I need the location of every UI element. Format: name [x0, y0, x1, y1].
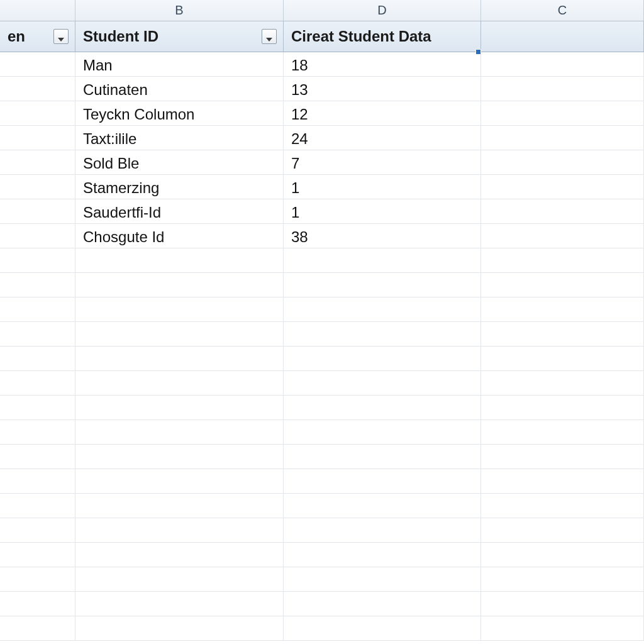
cell[interactable] — [481, 126, 644, 150]
cell[interactable] — [481, 347, 644, 370]
cell-student-id[interactable]: Sold Ble — [75, 150, 284, 174]
cell[interactable] — [75, 420, 284, 444]
column-header-c[interactable]: C — [481, 0, 644, 21]
filter-dropdown-button[interactable] — [262, 29, 277, 44]
cell[interactable] — [75, 273, 284, 297]
cell[interactable] — [481, 224, 644, 248]
cell[interactable] — [284, 396, 481, 419]
cell[interactable] — [481, 420, 644, 444]
cell[interactable] — [0, 347, 75, 370]
cell[interactable] — [284, 567, 481, 591]
cell[interactable] — [481, 592, 644, 616]
cell[interactable] — [481, 199, 644, 223]
cell[interactable] — [75, 518, 284, 542]
cell-student-data[interactable]: 12 — [284, 101, 481, 125]
cell[interactable] — [75, 297, 284, 321]
cell[interactable] — [284, 347, 481, 370]
cell[interactable] — [481, 371, 644, 395]
cell[interactable] — [481, 52, 644, 76]
cell-student-data[interactable]: 1 — [284, 199, 481, 223]
cell[interactable] — [284, 518, 481, 542]
cell[interactable] — [75, 396, 284, 419]
cell[interactable] — [0, 52, 75, 76]
cell[interactable] — [481, 273, 644, 297]
cell[interactable] — [75, 248, 284, 272]
cell[interactable] — [481, 175, 644, 199]
cell-student-data[interactable]: 13 — [284, 77, 481, 101]
cell[interactable] — [75, 469, 284, 493]
column-header-b[interactable]: B — [75, 0, 284, 21]
cell-student-data[interactable]: 1 — [284, 175, 481, 199]
cell-student-id[interactable]: Man — [75, 52, 284, 76]
cell[interactable] — [0, 199, 75, 223]
table-header-col-a[interactable]: en — [0, 21, 75, 52]
cell[interactable] — [481, 396, 644, 419]
cell[interactable] — [481, 322, 644, 346]
cell[interactable] — [75, 543, 284, 567]
cell[interactable] — [75, 347, 284, 370]
cell[interactable] — [75, 494, 284, 518]
cell[interactable] — [481, 77, 644, 101]
cell[interactable] — [0, 469, 75, 493]
table-header-student-id[interactable]: Student ID — [75, 21, 284, 52]
column-header-a[interactable] — [0, 0, 75, 21]
cell[interactable] — [0, 592, 75, 616]
cell[interactable] — [0, 175, 75, 199]
cell[interactable] — [481, 567, 644, 591]
cell[interactable] — [284, 543, 481, 567]
cell[interactable] — [0, 248, 75, 272]
filter-dropdown-button[interactable] — [53, 29, 69, 44]
cell-student-data[interactable]: 18 — [284, 52, 481, 76]
cell[interactable] — [0, 297, 75, 321]
cell-student-id[interactable]: Stamerzing — [75, 175, 284, 199]
cell[interactable] — [284, 445, 481, 469]
cell[interactable] — [0, 101, 75, 125]
cell-student-data[interactable]: 7 — [284, 150, 481, 174]
cell[interactable] — [75, 322, 284, 346]
cell[interactable] — [0, 273, 75, 297]
cell[interactable] — [284, 297, 481, 321]
cell[interactable] — [481, 494, 644, 518]
cell[interactable] — [284, 322, 481, 346]
cell[interactable] — [0, 150, 75, 174]
cell[interactable] — [284, 592, 481, 616]
cell[interactable] — [284, 494, 481, 518]
cell[interactable] — [0, 322, 75, 346]
table-header-col-c-empty[interactable] — [481, 21, 644, 52]
cell[interactable] — [75, 616, 284, 640]
cell[interactable] — [0, 396, 75, 419]
cell[interactable] — [0, 420, 75, 444]
cell[interactable] — [284, 616, 481, 640]
cell-student-id[interactable]: Saudertfi-Id — [75, 199, 284, 223]
cell[interactable] — [0, 77, 75, 101]
cell[interactable] — [0, 371, 75, 395]
cell[interactable] — [284, 273, 481, 297]
cell-student-id[interactable]: Teyckn Columon — [75, 101, 284, 125]
cell-student-id[interactable]: Cutinaten — [75, 77, 284, 101]
cell[interactable] — [0, 616, 75, 640]
cell[interactable] — [481, 101, 644, 125]
cell[interactable] — [481, 297, 644, 321]
cell[interactable] — [284, 248, 481, 272]
cell[interactable] — [481, 518, 644, 542]
cell[interactable] — [75, 371, 284, 395]
cell-student-data[interactable]: 24 — [284, 126, 481, 150]
cell[interactable] — [75, 592, 284, 616]
cell[interactable] — [0, 224, 75, 248]
cell-student-id[interactable]: Chosgute Id — [75, 224, 284, 248]
cell[interactable] — [0, 567, 75, 591]
cell[interactable] — [0, 518, 75, 542]
column-header-d[interactable]: D — [284, 0, 481, 21]
cell[interactable] — [481, 616, 644, 640]
cell[interactable] — [481, 150, 644, 174]
cell-student-id[interactable]: Taxt:ilile — [75, 126, 284, 150]
cell[interactable] — [75, 567, 284, 591]
cell-student-data[interactable]: 38 — [284, 224, 481, 248]
cell[interactable] — [0, 543, 75, 567]
cell[interactable] — [481, 469, 644, 493]
cell[interactable] — [75, 445, 284, 469]
cell[interactable] — [0, 494, 75, 518]
cell[interactable] — [0, 126, 75, 150]
cell[interactable] — [481, 543, 644, 567]
cell[interactable] — [0, 445, 75, 469]
